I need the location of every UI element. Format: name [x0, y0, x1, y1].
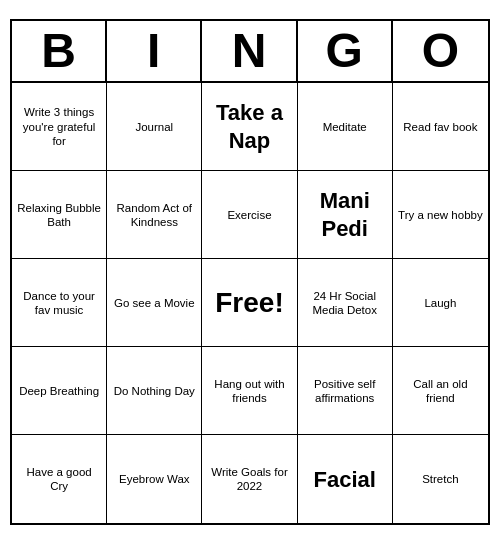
- bingo-cell-22: Write Goals for 2022: [202, 435, 297, 523]
- bingo-cell-5: Relaxing Bubble Bath: [12, 171, 107, 259]
- bingo-letter-n: N: [202, 21, 297, 82]
- bingo-letter-g: G: [298, 21, 393, 82]
- bingo-cell-6: Random Act of Kindness: [107, 171, 202, 259]
- bingo-cell-19: Call an old friend: [393, 347, 488, 435]
- bingo-cell-12: Free!: [202, 259, 297, 347]
- bingo-cell-8: Mani Pedi: [298, 171, 393, 259]
- bingo-letter-i: I: [107, 21, 202, 82]
- bingo-cell-13: 24 Hr Social Media Detox: [298, 259, 393, 347]
- bingo-cell-21: Eyebrow Wax: [107, 435, 202, 523]
- bingo-card: BINGO Write 3 things you're grateful for…: [10, 19, 490, 526]
- bingo-cell-17: Hang out with friends: [202, 347, 297, 435]
- bingo-grid: Write 3 things you're grateful forJourna…: [12, 83, 488, 523]
- bingo-cell-16: Do Nothing Day: [107, 347, 202, 435]
- bingo-cell-14: Laugh: [393, 259, 488, 347]
- bingo-letter-o: O: [393, 21, 488, 82]
- bingo-cell-20: Have a good Cry: [12, 435, 107, 523]
- bingo-cell-23: Facial: [298, 435, 393, 523]
- bingo-cell-15: Deep Breathing: [12, 347, 107, 435]
- bingo-cell-11: Go see a Movie: [107, 259, 202, 347]
- bingo-cell-1: Journal: [107, 83, 202, 171]
- bingo-cell-0: Write 3 things you're grateful for: [12, 83, 107, 171]
- bingo-cell-2: Take a Nap: [202, 83, 297, 171]
- bingo-cell-9: Try a new hobby: [393, 171, 488, 259]
- bingo-cell-7: Exercise: [202, 171, 297, 259]
- bingo-cell-10: Dance to your fav music: [12, 259, 107, 347]
- bingo-cell-18: Positive self affirmations: [298, 347, 393, 435]
- bingo-letter-b: B: [12, 21, 107, 82]
- bingo-cell-4: Read fav book: [393, 83, 488, 171]
- bingo-cell-3: Meditate: [298, 83, 393, 171]
- bingo-header: BINGO: [12, 21, 488, 84]
- bingo-cell-24: Stretch: [393, 435, 488, 523]
